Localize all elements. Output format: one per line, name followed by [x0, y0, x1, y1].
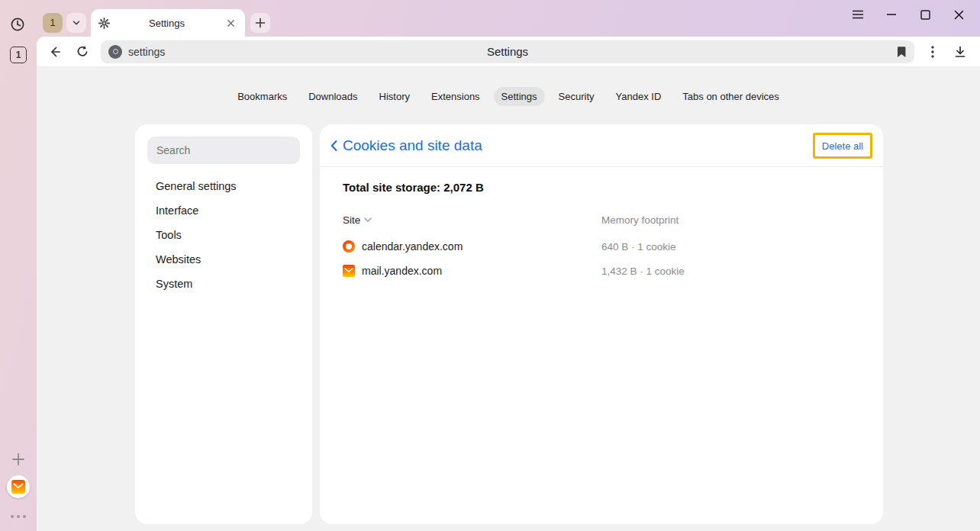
settings-nav: Bookmarks Downloads History Extensions S… [37, 86, 980, 106]
tab-group-chip[interactable]: 1 [43, 13, 63, 33]
cookies-panel: Cookies and site data Delete all Total s… [320, 124, 883, 524]
site-name: calendar.yandex.com [362, 240, 463, 253]
nav-tab-security[interactable]: Security [551, 87, 602, 106]
tab-panel-toggle[interactable]: 1 [10, 47, 27, 63]
reload-button[interactable] [69, 38, 96, 66]
back-chevron-icon[interactable] [330, 140, 337, 152]
back-button[interactable] [41, 38, 69, 66]
gear-icon [98, 18, 110, 29]
more-menu-icon[interactable] [919, 38, 946, 66]
url-text: settings [128, 46, 165, 58]
delete-all-button[interactable]: Delete all [822, 140, 863, 152]
bookmark-icon[interactable] [896, 46, 907, 58]
nav-tab-bookmarks[interactable]: Bookmarks [230, 87, 295, 106]
browser-toolbar: settings Settings [37, 37, 980, 67]
rail-add-icon[interactable] [11, 452, 25, 466]
sidebar-item-interface[interactable]: Interface [135, 198, 312, 223]
page-title: Cookies and site data [343, 137, 482, 154]
address-bar[interactable]: settings Settings [101, 40, 914, 63]
page-favicon-icon [108, 45, 122, 59]
browser-window: settings Settings Bookmarks Downloads Hi… [37, 37, 980, 531]
sidebar-item-system[interactable]: System [135, 272, 312, 296]
table-header: Site Memory footprint [343, 213, 860, 227]
sidebar-item-general-settings[interactable]: General settings [135, 174, 312, 198]
nav-tab-yandex-id[interactable]: Yandex ID [608, 87, 669, 106]
settings-menu: General settings Interface Tools Website… [135, 174, 312, 296]
site-table: calendar.yandex.com 640 B · 1 cookie [343, 234, 860, 283]
sidebar-item-tools[interactable]: Tools [135, 223, 312, 247]
address-bar-page-title: Settings [487, 45, 528, 58]
window-controls [841, 5, 975, 24]
delete-all-highlight: Delete all [813, 133, 872, 159]
yandex-mail-app-icon[interactable] [7, 475, 30, 498]
nav-tab-other-devices[interactable]: Tabs on other devices [675, 87, 786, 106]
close-tab-icon[interactable] [224, 16, 237, 30]
search-input[interactable] [147, 137, 300, 164]
calendar-favicon-icon [343, 240, 355, 253]
panel-body: Total site storage: 2,072 B Site Memory … [320, 181, 883, 283]
memory-value: 640 B · 1 cookie [601, 241, 860, 253]
sidebar-item-websites[interactable]: Websites [135, 247, 312, 272]
mail-favicon-icon [343, 265, 355, 277]
tab-group-label: 1 [50, 18, 56, 28]
browser-tab-settings[interactable]: Settings [91, 9, 245, 37]
total-storage-text: Total site storage: 2,072 B [343, 181, 860, 195]
tab-group-chevron-icon[interactable] [66, 13, 86, 33]
close-window-button[interactable] [942, 5, 975, 24]
minimize-button[interactable] [875, 5, 908, 24]
nav-tab-history[interactable]: History [372, 87, 417, 106]
menu-hamburger-icon[interactable] [841, 5, 875, 24]
tab-title: Settings [110, 18, 224, 29]
nav-tab-extensions[interactable]: Extensions [424, 87, 488, 106]
memory-value: 1,432 B · 1 cookie [601, 266, 860, 277]
tab-count-label: 1 [16, 50, 21, 60]
site-cell: mail.yandex.com [343, 265, 601, 277]
downloads-icon[interactable] [946, 38, 974, 66]
sort-chevron-icon [364, 217, 372, 222]
table-row[interactable]: mail.yandex.com 1,432 B · 1 cookie [343, 259, 860, 283]
settings-page: Bookmarks Downloads History Extensions S… [37, 67, 980, 531]
history-clock-icon[interactable] [10, 17, 25, 32]
settings-sidebar-panel: General settings Interface Tools Website… [135, 124, 312, 524]
nav-tab-settings[interactable]: Settings [494, 87, 545, 106]
site-header-label: Site [343, 214, 360, 226]
new-tab-button[interactable] [250, 13, 270, 33]
site-column-header[interactable]: Site [343, 214, 601, 226]
memory-column-header: Memory footprint [601, 214, 860, 226]
site-cell: calendar.yandex.com [343, 240, 601, 253]
nav-tab-downloads[interactable]: Downloads [301, 87, 365, 106]
maximize-button[interactable] [908, 5, 942, 24]
table-row[interactable]: calendar.yandex.com 640 B · 1 cookie [343, 234, 860, 259]
panel-header: Cookies and site data Delete all [320, 124, 883, 167]
rail-more-icon[interactable] [11, 515, 26, 518]
site-name: mail.yandex.com [362, 265, 442, 277]
